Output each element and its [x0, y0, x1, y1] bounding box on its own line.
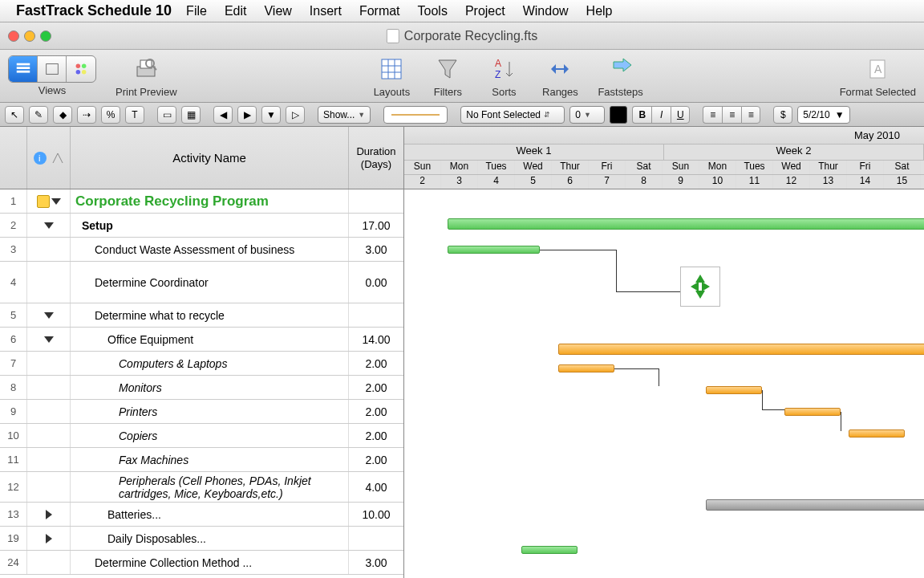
italic-button[interactable]: I — [651, 106, 671, 124]
duration-cell[interactable]: 3.00 — [349, 238, 403, 261]
table-row[interactable]: 2Setup17.00 — [0, 214, 403, 238]
gantt-bar-setup[interactable] — [448, 218, 924, 230]
row-number[interactable]: 11 — [0, 448, 27, 471]
show-dropdown[interactable]: Show...▼ — [318, 106, 371, 124]
gantt-bar-computers[interactable] — [558, 364, 614, 372]
activity-column-header[interactable]: Activity Name — [71, 127, 349, 189]
note-icon[interactable] — [37, 195, 50, 208]
row-number[interactable]: 3 — [0, 238, 27, 261]
arrow-tool-icon[interactable]: ↖ — [5, 106, 24, 124]
row-number[interactable]: 9 — [0, 400, 27, 423]
activity-name[interactable]: Daily Disposables... — [71, 527, 349, 550]
format-selected-button[interactable]: A — [859, 54, 896, 84]
menu-project[interactable]: Project — [465, 4, 505, 18]
calendar-view-icon[interactable] — [67, 56, 95, 82]
collapse-icon[interactable] — [51, 198, 61, 205]
activity-name[interactable]: Determine Coordinator — [71, 262, 349, 303]
activity-name[interactable]: Conduct Waste Assessment of business — [71, 238, 349, 261]
activity-name[interactable]: Copiers — [71, 424, 349, 447]
gantt-bar-office-equipment[interactable] — [558, 344, 924, 355]
align-center-icon[interactable]: ≡ — [722, 106, 741, 124]
link-column-icon[interactable] — [51, 151, 65, 165]
gantt-chart[interactable]: May 2010 Week 1Week 2 SunMonTuesWedThurF… — [404, 127, 924, 578]
duration-cell[interactable]: 10.00 — [349, 503, 403, 526]
gantt-bar-monitors[interactable] — [706, 386, 762, 394]
nav-down-icon[interactable]: ▼ — [261, 106, 281, 124]
menu-file[interactable]: File — [186, 4, 207, 18]
activity-name[interactable]: Monitors — [71, 376, 349, 399]
activity-name[interactable]: Printers — [71, 400, 349, 423]
collapse-icon[interactable] — [44, 336, 54, 343]
zoom-window-button[interactable] — [40, 31, 51, 42]
activity-name[interactable]: Determine Collection Method ... — [71, 551, 349, 574]
ranges-button[interactable] — [541, 54, 578, 84]
draw-tool-icon[interactable]: ✎ — [29, 106, 48, 124]
duration-cell[interactable]: 2.00 — [349, 424, 403, 447]
duration-cell[interactable]: 14.00 — [349, 328, 403, 351]
gantt-bar-printers[interactable] — [784, 408, 841, 416]
activity-name[interactable]: Office Equipment — [71, 328, 349, 351]
duration-cell[interactable]: 0.00 — [349, 262, 403, 303]
table-row[interactable]: 13Batteries...10.00 — [0, 503, 403, 527]
activity-name[interactable]: Computers & Laptops — [71, 352, 349, 375]
recycle-milestone-icon[interactable] — [680, 267, 720, 307]
align-left-icon[interactable]: ≡ — [703, 106, 722, 124]
date-field[interactable]: 5/2/10▼ — [797, 106, 849, 124]
goto-date-icon[interactable]: $ — [773, 106, 792, 124]
picture-tool-icon[interactable]: ▭ — [157, 106, 176, 124]
collapse-icon[interactable] — [44, 312, 54, 319]
filters-button[interactable] — [429, 54, 466, 84]
menu-tools[interactable]: Tools — [418, 4, 448, 18]
duration-cell[interactable]: 17.00 — [349, 214, 403, 237]
menu-help[interactable]: Help — [586, 4, 613, 18]
table-row[interactable]: 7Computers & Laptops2.00 — [0, 352, 403, 376]
activity-name[interactable]: Peripherals (Cell Phones, PDAs, Inkjet c… — [71, 472, 349, 502]
schedule-view-icon[interactable] — [9, 56, 38, 82]
faststeps-button[interactable] — [602, 54, 639, 84]
resource-view-icon[interactable] — [38, 56, 67, 82]
duration-cell[interactable]: 2.00 — [349, 376, 403, 399]
table-row[interactable]: 6Office Equipment14.00 — [0, 328, 403, 352]
duration-cell[interactable] — [349, 189, 403, 213]
activity-name[interactable]: Setup — [71, 214, 349, 237]
expand-icon[interactable] — [46, 534, 52, 543]
duration-cell[interactable]: 2.00 — [349, 400, 403, 423]
activity-name[interactable]: Corporate Recycling Program — [71, 189, 349, 213]
menu-window[interactable]: Window — [523, 4, 569, 18]
row-number[interactable]: 19 — [0, 527, 27, 550]
row-number[interactable]: 13 — [0, 503, 27, 526]
gantt-bar-copiers[interactable] — [849, 429, 905, 438]
duration-cell[interactable]: 3.00 — [349, 551, 403, 574]
app-name[interactable]: FastTrack Schedule 10 — [16, 2, 172, 19]
link-tool-icon[interactable]: ⇢ — [77, 106, 96, 124]
menu-view[interactable]: View — [264, 4, 291, 18]
layouts-button[interactable] — [373, 54, 410, 84]
duration-cell[interactable]: 2.00 — [349, 448, 403, 471]
table-row[interactable]: 8Monitors2.00 — [0, 376, 403, 400]
legend-tool-icon[interactable]: ▦ — [181, 106, 201, 124]
sorts-button[interactable]: AZ — [485, 54, 522, 84]
activity-name[interactable]: Batteries... — [71, 503, 349, 526]
close-window-button[interactable] — [8, 31, 19, 42]
table-row[interactable]: 9Printers2.00 — [0, 400, 403, 424]
milestone-tool-icon[interactable]: ◆ — [53, 106, 72, 124]
activity-name[interactable]: Determine what to recycle — [71, 303, 349, 327]
table-row[interactable]: 3Conduct Waste Assessment of business3.0… — [0, 238, 403, 262]
table-row[interactable]: 5Determine what to recycle — [0, 303, 403, 328]
table-row[interactable]: 12Peripherals (Cell Phones, PDAs, Inkjet… — [0, 472, 403, 503]
bold-button[interactable]: B — [632, 106, 651, 124]
align-right-icon[interactable]: ≡ — [741, 106, 760, 124]
table-row[interactable]: 24Determine Collection Method ...3.00 — [0, 551, 403, 575]
nav-prev-icon[interactable]: ◀ — [213, 106, 233, 124]
gantt-bar-batteries[interactable] — [706, 499, 924, 511]
gantt-bar-collection-method[interactable] — [521, 546, 578, 554]
duration-cell[interactable]: 2.00 — [349, 352, 403, 375]
row-number[interactable]: 5 — [0, 303, 27, 327]
duration-cell[interactable]: 4.00 — [349, 472, 403, 502]
table-row[interactable]: 4Determine Coordinator0.00 — [0, 262, 403, 303]
duration-cell[interactable] — [349, 303, 403, 327]
row-number[interactable]: 2 — [0, 214, 27, 237]
duration-cell[interactable] — [349, 527, 403, 550]
row-number[interactable]: 1 — [0, 189, 27, 213]
activity-name[interactable]: Fax Machines — [71, 448, 349, 471]
